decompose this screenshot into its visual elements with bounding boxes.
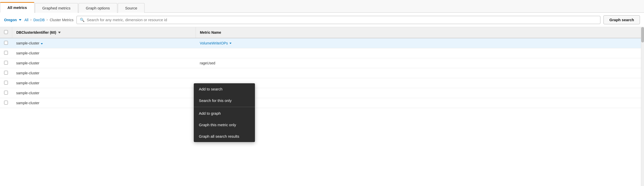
toolbar: Oregon All > DocDB > Cluster Metrics 🔍 G… [0,13,644,27]
row-cluster-cell: sample-cluster [12,58,196,68]
col-header-cluster[interactable]: DBClusterIdentifier (60) [12,27,196,38]
menu-item-add-to-graph[interactable]: Add to graph [194,108,255,119]
table-container: DBClusterIdentifier (60) Metric Name [0,27,644,186]
search-bar: 🔍 [76,16,600,24]
context-menu: Add to search Search for this only Add t… [194,83,255,142]
row-checkbox[interactable] [4,61,8,65]
row-metric-cell: rageUsed [196,58,644,68]
region-chevron-icon [19,19,21,21]
select-all-checkbox[interactable] [4,30,8,34]
tab-bar: All metrics Graphed metrics Graph option… [0,0,644,13]
col-metric-label: Metric Name [200,30,221,34]
breadcrumb: All > DocDB > Cluster Metrics [24,18,73,22]
row-metric-cell [196,68,644,78]
row-checkbox[interactable] [4,91,8,95]
scrollbar-thumb[interactable] [641,27,644,42]
tab-all-metrics[interactable]: All metrics [0,2,34,13]
main-container: All metrics Graphed metrics Graph option… [0,0,644,186]
menu-item-graph-all-search-results[interactable]: Graph all search results [194,131,255,142]
breadcrumb-sep1: > [30,18,32,22]
metrics-table: DBClusterIdentifier (60) Metric Name [0,27,644,108]
search-input[interactable] [87,18,597,22]
header-checkbox-cell [0,27,12,38]
row-checkbox[interactable] [4,101,8,104]
metric-link[interactable]: VolumeWriteIOPs [200,41,640,45]
row-checkbox-cell [0,68,12,78]
col-header-metric: Metric Name [196,27,644,38]
table-row: sample-cluster rageUsed [0,58,644,68]
row-cluster-cell: sample-cluster [12,38,196,48]
table-row: sample-cluster [0,68,644,78]
tab-source[interactable]: Source [118,3,145,13]
row-metric-cell [196,78,644,88]
breadcrumb-current: Cluster Metrics [50,18,73,22]
metric-caret-icon[interactable] [229,43,231,44]
row-checkbox-cell [0,38,12,48]
row-metric-cell: VolumeWriteIOPs [196,38,644,48]
row-metric-cell [196,48,644,58]
row-metric-cell: SwapUsage [196,98,644,108]
search-icon: 🔍 [80,18,85,22]
breadcrumb-docdb[interactable]: DocDB [33,18,45,22]
row-checkbox[interactable] [4,41,8,45]
cluster-caret-icon[interactable] [41,43,43,44]
row-cluster-cell: sample-cluster [12,48,196,58]
row-checkbox-cell [0,88,12,98]
tab-graph-options[interactable]: Graph options [79,3,117,13]
row-checkbox-cell [0,58,12,68]
row-cluster-cell: sample-cluster [12,88,196,98]
scrollbar[interactable] [641,27,644,186]
metric-name: VolumeWriteIOPs [200,41,228,45]
region-selector[interactable]: Oregon [4,18,21,22]
row-checkbox-cell [0,48,12,58]
table-row: sample-cluster VolumeWriteIOPs [0,38,644,48]
row-cluster-cell: sample-cluster [12,78,196,88]
table-row: sample-cluster [0,88,644,98]
tab-graphed-metrics[interactable]: Graphed metrics [35,3,78,13]
table-row: sample-cluster [0,48,644,58]
breadcrumb-all[interactable]: All [24,18,29,22]
graph-search-button[interactable]: Graph search [603,15,640,24]
table-row: sample-cluster [0,78,644,88]
row-checkbox-cell [0,78,12,88]
cluster-name: sample-cluster [16,41,40,45]
row-metric-cell [196,88,644,98]
row-checkbox[interactable] [4,71,8,75]
row-cluster-cell: sample-cluster [12,68,196,78]
row-cluster-cell: sample-cluster [12,98,196,108]
col-cluster-label: DBClusterIdentifier (60) [16,30,56,34]
row-checkbox-cell [0,98,12,108]
region-label: Oregon [4,18,17,22]
menu-item-graph-this-metric-only[interactable]: Graph this metric only [194,119,255,131]
sort-arrow-icon [58,32,61,33]
menu-item-add-to-search[interactable]: Add to search [194,83,255,95]
menu-item-search-for-this-only[interactable]: Search for this only [194,95,255,106]
table-row: sample-cluster SwapUsage [0,98,644,108]
menu-divider [194,107,255,107]
row-checkbox[interactable] [4,81,8,85]
row-checkbox[interactable] [4,51,8,55]
breadcrumb-sep2: > [46,18,48,22]
